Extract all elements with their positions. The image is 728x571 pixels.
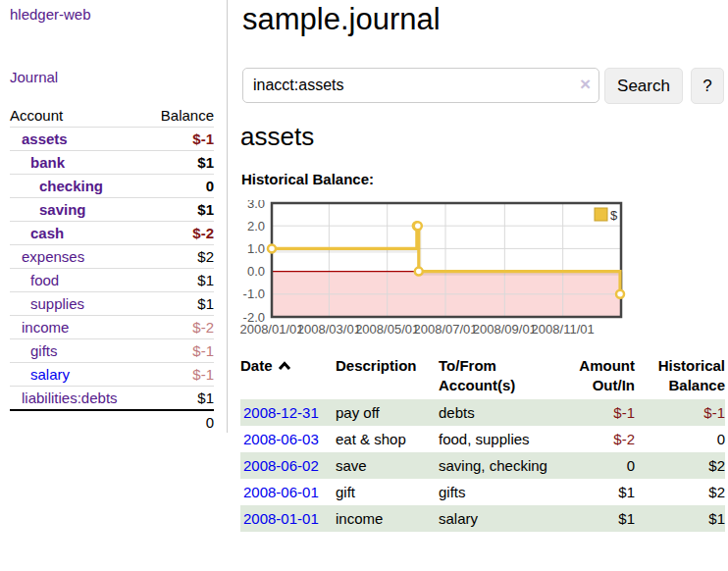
account-row: saving$1: [10, 197, 214, 221]
register-column-header: Description: [336, 355, 439, 399]
account-balance: $1: [197, 272, 214, 288]
register-column-header: Historical Balance: [635, 355, 725, 399]
column-header-label: To/From Account(s): [439, 357, 515, 393]
sidebar-account-link[interactable]: food: [10, 272, 59, 288]
accounts-total-row: 0: [10, 409, 214, 433]
cell-description: pay off: [336, 399, 439, 426]
legend-swatch: [595, 208, 607, 221]
data-point-marker: [414, 222, 422, 230]
cell-date: 2008-01-01: [240, 505, 336, 532]
account-balance: $-2: [192, 225, 214, 241]
main-panel: sample.journal × Search ? assets Histori…: [239, 0, 728, 571]
data-point-marker: [268, 244, 276, 252]
register-column-header: To/From Account(s): [439, 355, 556, 399]
account-balance: 0: [206, 178, 214, 194]
data-point-marker: [415, 268, 423, 276]
search-button[interactable]: Search: [604, 68, 683, 104]
account-balance: $-1: [192, 130, 214, 147]
cell-description: gift: [336, 479, 439, 505]
sidebar-account-link[interactable]: liabilities:debts: [10, 389, 118, 406]
sidebar-account-link[interactable]: cash: [10, 225, 64, 241]
register-body: 2008-12-31pay offdebts$-1$-12008-06-03ea…: [240, 399, 725, 532]
account-balance: $1: [197, 201, 214, 218]
transaction-date-link[interactable]: 2008-06-03: [243, 431, 319, 447]
sidebar-divider: [227, 0, 228, 433]
historical-balance-chart: $3.02.01.00.0-1.0-2.02008/01/012008/03/0…: [239, 200, 728, 341]
sidebar-account-link[interactable]: expenses: [10, 248, 84, 265]
transaction-date-link[interactable]: 2008-12-31: [243, 404, 319, 421]
register-row: 2008-06-02savesaving, checking0$2: [240, 452, 725, 479]
account-balance: $1: [197, 389, 214, 406]
transaction-date-link[interactable]: 2008-06-01: [243, 484, 319, 500]
x-tick-label: 2008/01/01: [239, 322, 303, 337]
accounts-header-account: Account: [10, 107, 63, 124]
cell-description: income: [336, 505, 439, 532]
cell-amount: 0: [556, 452, 635, 479]
cell-date: 2008-06-01: [240, 479, 336, 505]
nav-journal-link[interactable]: Journal: [10, 69, 58, 85]
sidebar: hledger-web Journal Account Balance asse…: [0, 0, 227, 571]
register-row: 2008-12-31pay offdebts$-1$-1: [240, 399, 725, 426]
account-balance: $-1: [192, 366, 214, 383]
account-row: salary$-1: [10, 362, 214, 386]
account-balance: $2: [197, 248, 214, 265]
cell-accounts: food, supplies: [439, 426, 556, 452]
cell-date: 2008-06-03: [240, 426, 336, 452]
sidebar-account-link[interactable]: salary: [10, 366, 70, 383]
sidebar-account-link[interactable]: income: [10, 319, 69, 336]
sidebar-account-link[interactable]: bank: [10, 154, 65, 171]
account-row: checking0: [10, 174, 214, 197]
cell-accounts: salary: [439, 505, 556, 532]
brand-link[interactable]: hledger-web: [10, 6, 91, 23]
register-column-header: Amount Out/In: [556, 355, 635, 399]
account-row: food$1: [10, 268, 214, 291]
transaction-date-link[interactable]: 2008-01-01: [243, 510, 319, 527]
account-row: liabilities:debts$1: [10, 386, 214, 409]
cell-amount: $1: [556, 505, 635, 532]
account-row: expenses$2: [10, 244, 214, 268]
cell-date: 2008-06-02: [240, 452, 336, 479]
accounts-table: Account Balance assets$-1bank$1checking0…: [10, 103, 214, 433]
y-tick-label: 3.0: [247, 200, 265, 211]
column-header-label: Historical Balance: [658, 357, 725, 393]
account-row: assets$-1: [10, 127, 214, 150]
account-row: supplies$1: [10, 291, 214, 315]
cell-accounts: saving, checking: [439, 452, 556, 479]
account-row: income$-2: [10, 315, 214, 338]
sidebar-account-link[interactable]: checking: [10, 178, 103, 194]
y-tick-label: 1.0: [247, 241, 265, 256]
transaction-date-link[interactable]: 2008-06-02: [243, 457, 319, 474]
sort-asc-icon: [278, 360, 291, 371]
clear-search-icon[interactable]: ×: [580, 74, 591, 95]
sidebar-account-link[interactable]: saving: [10, 201, 86, 218]
cell-amount: $-2: [556, 426, 635, 452]
register-column-header[interactable]: Date: [240, 355, 336, 399]
y-tick-label: -1.0: [243, 286, 265, 301]
register-row: 2008-06-03eat & shopfood, supplies$-20: [240, 426, 725, 452]
cell-balance: $2: [635, 479, 725, 505]
search-input[interactable]: [242, 68, 599, 103]
account-row: bank$1: [10, 150, 214, 174]
column-header-label: Description: [336, 357, 417, 374]
account-row: cash$-2: [10, 221, 214, 244]
accounts-total-value: 0: [206, 414, 214, 431]
sidebar-account-link[interactable]: supplies: [10, 295, 84, 312]
account-heading: assets: [240, 122, 314, 152]
chart-label: Historical Balance:: [241, 171, 374, 187]
cell-description: save: [336, 452, 439, 479]
y-tick-label: 0.0: [247, 264, 265, 279]
cell-accounts: debts: [439, 399, 556, 426]
cell-balance: $1: [635, 505, 725, 532]
column-header-label: Amount Out/In: [579, 357, 635, 393]
sidebar-account-link[interactable]: gifts: [10, 342, 58, 359]
x-tick-label: 2008/09/01: [473, 322, 537, 337]
help-button[interactable]: ?: [691, 68, 724, 104]
cell-date: 2008-12-31: [240, 399, 336, 426]
x-tick-label: 2008/11/01: [532, 322, 595, 337]
cell-amount: $1: [556, 479, 635, 505]
account-balance: $1: [197, 154, 214, 171]
x-tick-label: 2008/05/01: [355, 322, 419, 337]
sidebar-account-link[interactable]: assets: [10, 130, 68, 147]
column-header-label: Date: [240, 357, 273, 374]
accounts-header-balance: Balance: [161, 107, 214, 124]
